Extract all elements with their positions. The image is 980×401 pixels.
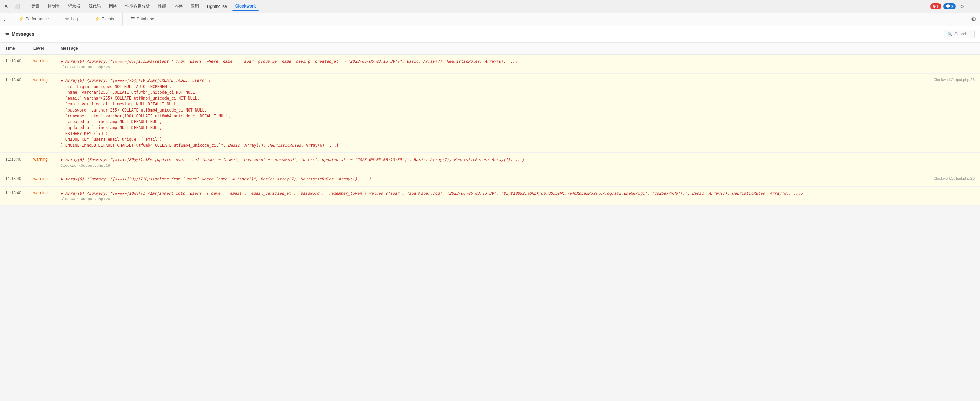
table-row[interactable]: 11:13:40 warning ▶ Array(6) {Summary: "[…: [0, 54, 980, 73]
level-badge: warning: [33, 157, 48, 161]
network-tab[interactable]: 网络: [105, 2, 121, 11]
info-icon: 💬: [946, 4, 950, 8]
cell-level: warning: [31, 189, 58, 197]
performance-tab-label: Performance: [25, 17, 49, 21]
cell-message: ▶ Array(6) {Summary: "[★★★★☆|80分|1.38ms|…: [58, 155, 980, 169]
log-icon: ✏: [65, 16, 69, 21]
app-tab[interactable]: 应用: [187, 2, 202, 11]
cell-message: ClockworkOutput.php:26 ▶ Array(6) {Summa…: [58, 77, 980, 150]
top-toolbar: ↖ ⬜ 元素 控制台 记录器 源代码 网络 性能数据分析 性能 内存 应用 Li…: [0, 0, 980, 13]
level-badge: warning: [33, 78, 48, 83]
table-row[interactable]: 11:13:40 warning ClockworkOutput.php:26 …: [0, 172, 980, 187]
info-count: 2: [951, 5, 953, 8]
table-row[interactable]: 11:13:40 warning ClockworkOutput.php:26 …: [0, 73, 980, 153]
events-tab-label: Events: [102, 17, 114, 21]
toolbar-separator-1: [25, 3, 25, 10]
log-sub-tab[interactable]: ✏ Log: [57, 13, 86, 26]
level-badge: warning: [33, 59, 48, 64]
console-tab[interactable]: 控制台: [44, 2, 63, 11]
info-badge[interactable]: 💬 2: [943, 3, 956, 9]
cell-level: warning: [31, 175, 58, 182]
message-content: ▶ Array(6) {Summary: "[★★★★☆|75分|19.25ms…: [60, 78, 977, 149]
settings-gear-icon[interactable]: ⚙: [958, 2, 966, 11]
source-tab[interactable]: 源代码: [85, 2, 104, 11]
inspect-icon-btn[interactable]: ⬜: [12, 2, 22, 11]
message-content: ▶ Array(6) {Summary: "[☆☆☆☆☆|0分|1.25ms|s…: [60, 59, 977, 64]
cursor-icon-btn[interactable]: ↖: [3, 2, 11, 11]
message-content: ▶ Array(6) {Summary: "[★★★★☆|80分|1.38ms|…: [60, 157, 977, 163]
database-tab-label: Database: [137, 17, 154, 21]
elements-tab[interactable]: 元素: [28, 2, 43, 11]
col-header-level: Level: [31, 45, 58, 52]
table-row[interactable]: 11:13:40 warning ▶ Array(6) {Summary: "[…: [0, 153, 980, 172]
messages-header: ✏ Messages 🔍 Search...: [0, 26, 980, 43]
events-sub-tab[interactable]: ⚡ Events: [86, 13, 123, 26]
perf-data-tab[interactable]: 性能数据分析: [122, 2, 153, 11]
cell-source: ClockworkOutput.php:26: [934, 78, 975, 82]
cell-level: warning: [31, 77, 58, 84]
cell-time: 11:13:40: [0, 77, 31, 84]
sidebar-toggle-btn[interactable]: ›: [0, 13, 10, 26]
message-content: ▶ Array(6) {Summary: "[★★★★★|90分|710μs|d…: [60, 176, 977, 182]
cell-level: warning: [31, 155, 58, 163]
more-options-icon[interactable]: ⋮: [969, 2, 977, 11]
search-icon: 🔍: [947, 32, 952, 37]
cell-time: 11:13:40: [0, 175, 31, 182]
perf-tab[interactable]: 性能: [154, 2, 170, 11]
performance-icon: ⚡: [18, 16, 24, 21]
messages-pencil-icon: ✏: [5, 31, 10, 37]
database-icon: ☰: [131, 16, 135, 21]
events-icon: ⚡: [94, 16, 100, 21]
cell-message: ▶ Array(6) {Summary: "[★★★★★|100分|1.71ms…: [58, 189, 980, 203]
message-meta: ClockworkOutput.php:26: [60, 164, 977, 168]
clockwork-tab[interactable]: Clockwork: [232, 2, 259, 11]
error-badge[interactable]: ⊗ 1: [930, 3, 941, 9]
recorder-tab[interactable]: 记录器: [65, 2, 84, 11]
main-content: ✏ Messages 🔍 Search... Time Level Messag…: [0, 26, 980, 206]
cell-time: 11:13:40: [0, 57, 31, 65]
cell-level: warning: [31, 57, 58, 65]
col-header-time: Time: [0, 45, 31, 52]
log-tab-label: Log: [71, 17, 78, 21]
database-sub-tab[interactable]: ☰ Database: [123, 13, 162, 26]
level-badge: warning: [33, 176, 48, 181]
level-badge: warning: [33, 191, 48, 195]
search-placeholder: Search...: [955, 32, 971, 37]
error-count: 1: [937, 5, 939, 8]
cell-time: 11:13:40: [0, 189, 31, 197]
cell-message: ClockworkOutput.php:26 ▶ Array(6) {Summa…: [58, 175, 980, 184]
message-meta: ClockworkOutput.php:26: [60, 65, 977, 69]
message-content: ▶ Array(6) {Summary: "[★★★★★|100分|1.71ms…: [60, 191, 977, 197]
search-box[interactable]: 🔍 Search...: [943, 30, 975, 38]
cell-time: 11:13:40: [0, 155, 31, 163]
cell-message: ▶ Array(6) {Summary: "[☆☆☆☆☆|0分|1.25ms|s…: [58, 57, 980, 70]
memory-tab[interactable]: 内存: [171, 2, 186, 11]
col-header-message: Message: [58, 45, 980, 52]
messages-title: ✏ Messages: [5, 31, 34, 37]
lighthouse-tab[interactable]: Lighthouse: [204, 3, 231, 10]
error-icon: ⊗: [933, 4, 936, 8]
message-meta: ClockworkOutput.php:26: [60, 197, 977, 201]
messages-title-text: Messages: [11, 31, 34, 37]
table-row[interactable]: 11:13:40 warning ▶ Array(6) {Summary: "[…: [0, 187, 980, 206]
sub-toolbar: › ⚡ Performance ✏ Log ⚡ Events ☰ Databas…: [0, 13, 980, 26]
table-header: Time Level Message: [0, 43, 980, 54]
performance-sub-tab[interactable]: ⚡ Performance: [10, 13, 57, 26]
toolbar-right: ⊗ 1 💬 2 ⚙ ⋮: [930, 2, 977, 11]
cell-source: ClockworkOutput.php:26: [934, 176, 975, 181]
sub-settings-icon[interactable]: ⚙: [967, 13, 980, 26]
